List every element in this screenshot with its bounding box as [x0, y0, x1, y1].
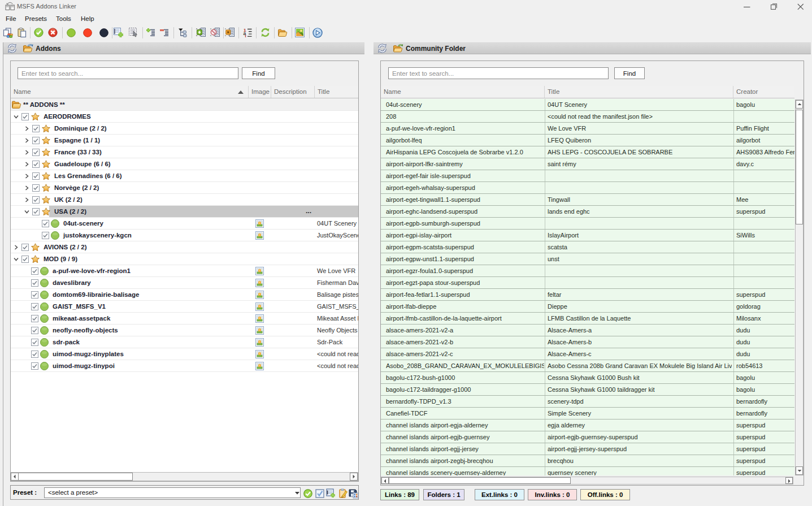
svg-text:i: i: [245, 33, 246, 38]
